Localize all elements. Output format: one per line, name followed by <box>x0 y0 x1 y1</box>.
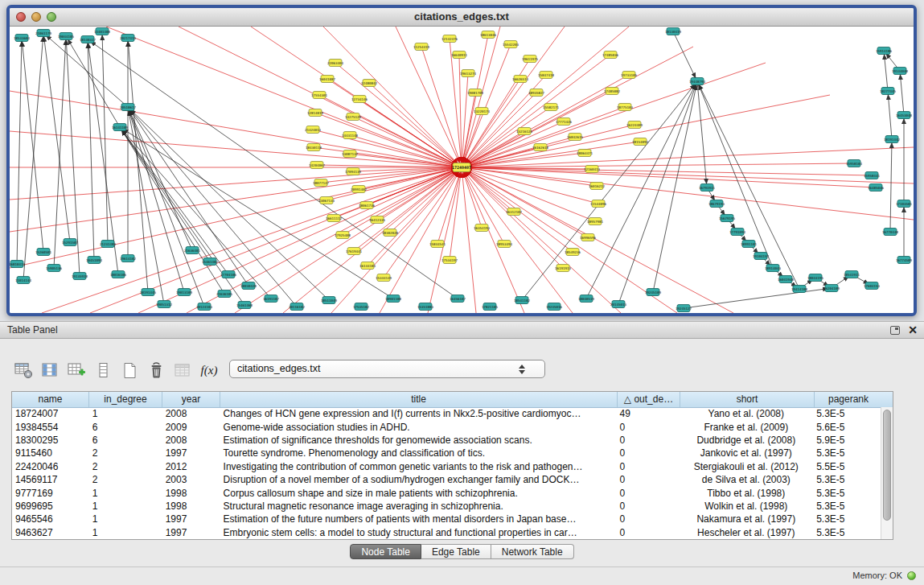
citation-edge[interactable] <box>462 167 563 268</box>
scrollbar-thumb[interactable] <box>883 410 891 521</box>
citation-edge[interactable] <box>462 107 625 167</box>
delete-table-icon[interactable] <box>144 360 168 381</box>
citation-edge[interactable] <box>462 47 693 167</box>
citation-edge[interactable] <box>102 31 108 244</box>
tab-edge-table[interactable]: Edge Table <box>421 544 491 559</box>
tab-node-table[interactable]: Node Table <box>350 544 421 559</box>
citation-edge[interactable] <box>900 71 904 115</box>
close-window-button[interactable] <box>16 12 26 22</box>
citation-edge[interactable] <box>462 167 876 187</box>
graph-node-label: 18064471 <box>577 151 593 155</box>
table-selector-dropdown[interactable]: citations_edges.txt <box>229 360 545 378</box>
column-header-out-de-[interactable]: △ out_de… <box>618 392 680 407</box>
graph-node-label: 18130419 <box>665 30 682 34</box>
cell-title: Corpus callosum shape and size in male p… <box>220 487 617 500</box>
graph-node-label: 12142476 <box>441 37 458 41</box>
table-row[interactable]: 911546021997Tourette syndrome. Phenomeno… <box>12 447 881 459</box>
citation-edge[interactable] <box>106 27 462 167</box>
column-header-in-degree[interactable]: in_degree <box>89 392 162 407</box>
minimize-window-button[interactable] <box>31 12 41 22</box>
graph-node-label: 14275129 <box>345 115 362 119</box>
column-header-year[interactable]: year <box>162 392 220 407</box>
citation-edge[interactable] <box>313 130 462 167</box>
citation-edge[interactable] <box>66 36 120 127</box>
cell-title: Genome-wide association studies in ADHD. <box>220 421 617 434</box>
table-row[interactable]: 1830029562008Estimation of significance … <box>12 434 881 447</box>
citation-edge[interactable] <box>618 81 697 304</box>
column-list-icon[interactable] <box>91 360 115 381</box>
citation-edge[interactable] <box>10 91 462 167</box>
graph-node-label: 17619441 <box>346 249 363 253</box>
tab-network-table[interactable]: Network Table <box>491 544 574 559</box>
float-panel-icon[interactable] <box>890 326 900 335</box>
graph-node-label: 10451094 <box>86 258 103 262</box>
table-scrollbar[interactable] <box>881 407 893 539</box>
table-row[interactable]: 946362711997Embryonic stem cells: a mode… <box>12 526 881 539</box>
citation-edge[interactable] <box>323 27 462 167</box>
citation-edge[interactable] <box>697 81 707 187</box>
citation-edge[interactable] <box>319 95 462 167</box>
citation-edge[interactable] <box>23 33 43 280</box>
citation-edge[interactable] <box>128 107 204 307</box>
graph-node-label: 16485046 <box>868 186 885 190</box>
network-canvas[interactable]: 2206340416041087175543011281401921424013… <box>10 27 914 314</box>
citation-edge[interactable] <box>697 81 773 268</box>
citation-edge[interactable] <box>120 127 228 274</box>
graph-node-label: 15291507 <box>62 241 79 245</box>
table-row[interactable]: 1938455462009Genome-wide association stu… <box>12 420 881 433</box>
cell-out-de-: 0 <box>617 434 680 447</box>
citation-edge[interactable] <box>450 167 462 260</box>
graph-node-label: 18901108 <box>385 297 402 301</box>
citation-edge[interactable] <box>120 127 210 262</box>
citation-edge[interactable] <box>462 167 524 313</box>
citation-edge[interactable] <box>673 31 697 81</box>
citation-edge[interactable] <box>462 163 854 167</box>
table-row[interactable]: 1872400712008Changes of HCN gene express… <box>12 407 881 420</box>
citation-edge[interactable] <box>354 167 462 251</box>
citation-edge[interactable] <box>128 107 297 307</box>
citation-edge[interactable] <box>10 167 462 200</box>
citation-edge[interactable] <box>884 51 888 91</box>
column-header-title[interactable]: title <box>220 392 618 407</box>
graph-node-label: 19081709 <box>467 91 484 95</box>
citation-edge[interactable] <box>88 39 458 299</box>
new-document-icon[interactable] <box>117 360 142 381</box>
table-mode-icon[interactable] <box>11 360 35 381</box>
close-panel-icon[interactable]: ✕ <box>908 322 918 338</box>
citation-edge[interactable] <box>128 107 192 250</box>
citation-edge[interactable] <box>120 127 224 294</box>
citation-edge[interactable] <box>462 63 766 167</box>
cell-short: de Silva et al. (2003) <box>679 473 813 486</box>
citation-edge[interactable] <box>586 81 697 299</box>
column-header-short[interactable]: short <box>680 392 815 407</box>
zoom-window-button[interactable] <box>47 12 56 22</box>
table-row[interactable]: 977716911998Corpus callosum shape and si… <box>12 486 881 499</box>
function-builder-icon[interactable]: f(x) <box>197 360 221 381</box>
citation-edge[interactable] <box>462 167 573 313</box>
graph-node-label: 12160413 <box>584 167 601 171</box>
citation-edge[interactable] <box>390 167 462 233</box>
window-titlebar[interactable]: citations_edges.txt <box>10 8 914 27</box>
show-columns-icon[interactable] <box>38 360 62 381</box>
citation-edge[interactable] <box>317 165 462 167</box>
citation-edge[interactable] <box>10 167 462 268</box>
citation-edge[interactable] <box>10 131 462 167</box>
citation-edge[interactable] <box>888 91 892 139</box>
new-column-icon[interactable] <box>64 360 88 381</box>
column-header-name[interactable]: name <box>12 392 89 407</box>
table-row[interactable]: 2242004622012Investigating the contribut… <box>12 460 881 473</box>
column-header-pagerank[interactable]: pagerank <box>815 392 882 407</box>
table-row[interactable]: 969969511998Structural magnetic resonanc… <box>12 500 881 513</box>
table-row[interactable]: 1456911722003Disruption of a novel membe… <box>12 473 881 486</box>
cell-pagerank: 5.3E-5 <box>813 473 881 486</box>
citation-edge[interactable] <box>88 39 118 274</box>
table-row[interactable]: 946554611997Estimation of the future num… <box>12 513 881 525</box>
citation-edge[interactable] <box>128 107 184 292</box>
graph-node-label: 20145013 <box>610 303 627 307</box>
graph-node-label: 16041087 <box>319 77 336 81</box>
citation-edge[interactable] <box>890 139 892 232</box>
graph-node-label: 18957981 <box>587 220 604 224</box>
citation-edge[interactable] <box>235 167 462 313</box>
import-table-icon[interactable] <box>170 360 195 381</box>
citation-edge[interactable] <box>54 36 66 268</box>
